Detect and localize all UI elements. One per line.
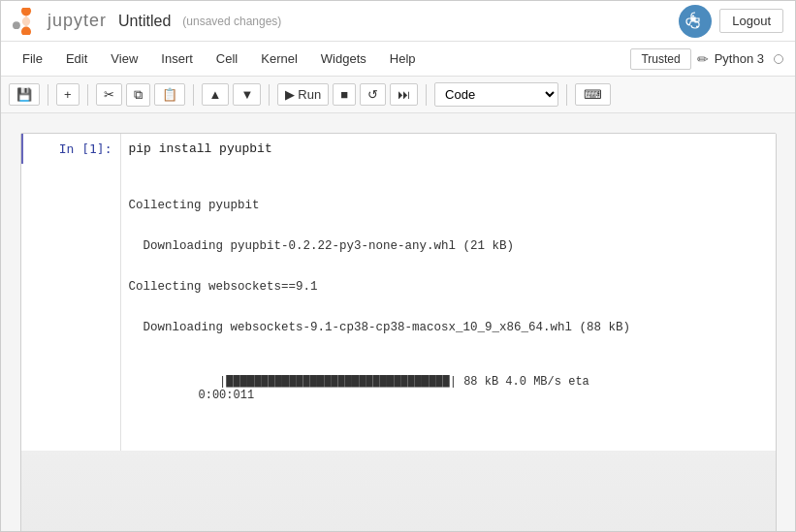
eta-time: 0:00:011: [199, 389, 255, 402]
menu-kernel[interactable]: Kernel: [251, 47, 307, 70]
copy-icon: ⧉: [134, 87, 143, 103]
menu-help[interactable]: Help: [380, 47, 426, 70]
add-icon: +: [64, 87, 72, 102]
move-down-icon: ▼: [240, 87, 253, 102]
svg-point-4: [696, 25, 698, 27]
refresh-button[interactable]: ↺: [360, 83, 386, 106]
stop-icon: ■: [340, 87, 348, 102]
titlebar: jupyter Untitled (unsaved changes) Logou…: [1, 1, 795, 42]
toolbar: 💾 + ✂ ⧉ 📋 ▲ ▼ ▶ Run ■ ↺ ⏭ Code Markdown …: [1, 77, 795, 113]
run-triangle-icon: ▶: [285, 87, 295, 102]
move-up-icon: ▲: [209, 87, 222, 102]
menubar-right: Trusted ✏ Python 3: [630, 48, 783, 70]
output-content: Collecting pyupbit Downloading pyupbit-0…: [120, 164, 776, 451]
progress-bar-area: |████████████████████████████████| 88 kB…: [129, 361, 768, 416]
progress-bar-text: |████████████████████████████████| 88 kB…: [199, 375, 589, 389]
code-input[interactable]: pip install pyupbit: [120, 134, 776, 164]
titlebar-right: Logout: [679, 5, 783, 38]
jupyter-wordmark: jupyter: [48, 11, 107, 31]
toolbar-separator-1: [48, 84, 48, 106]
stop-button[interactable]: ■: [333, 83, 356, 106]
menubar-left: File Edit View Insert Cell Kernel Widget…: [13, 47, 426, 70]
cut-button[interactable]: ✂: [96, 83, 122, 106]
svg-point-1: [21, 26, 31, 34]
toolbar-separator-4: [269, 84, 270, 106]
toolbar-separator-5: [426, 84, 427, 106]
collecting-websockets-line: Collecting websockets==9.1: [129, 280, 768, 294]
paste-icon: 📋: [162, 87, 177, 102]
run-button[interactable]: ▶ Run: [277, 83, 329, 106]
blurred-output-area: [21, 451, 776, 532]
fast-forward-icon: ⏭: [398, 87, 410, 102]
input-prompt: In [1]:: [23, 134, 120, 164]
move-down-button[interactable]: ▼: [233, 83, 261, 106]
output-area: Collecting pyupbit Downloading pyupbit-0…: [21, 164, 776, 451]
keyboard-shortcuts-button[interactable]: ⌨: [575, 83, 611, 106]
copy-button[interactable]: ⧉: [126, 83, 150, 107]
svg-point-3: [692, 15, 694, 16]
save-button[interactable]: 💾: [9, 83, 40, 106]
toolbar-separator-6: [566, 84, 567, 106]
add-cell-button[interactable]: +: [56, 83, 80, 106]
unsaved-indicator: (unsaved changes): [182, 15, 281, 28]
svg-point-0: [21, 8, 31, 16]
downloading-websockets-line: Downloading websockets-9.1-cp38-cp38-mac…: [129, 321, 768, 334]
titlebar-left: jupyter Untitled (unsaved changes): [13, 8, 281, 35]
python-logo-icon: [679, 5, 712, 38]
refresh-icon: ↺: [367, 87, 378, 102]
keyboard-icon: ⌨: [584, 87, 602, 102]
paste-button[interactable]: 📋: [154, 83, 185, 106]
menu-insert[interactable]: Insert: [151, 47, 203, 70]
menu-file[interactable]: File: [13, 47, 52, 70]
toolbar-separator-3: [193, 84, 194, 106]
input-cell[interactable]: In [1]: pip install pyupbit: [21, 134, 776, 164]
jupyter-logo-icon: [13, 8, 40, 35]
kernel-status-icon: [774, 54, 783, 64]
menubar: File Edit View Insert Cell Kernel Widget…: [1, 42, 795, 77]
downloading-pyupbit-line: Downloading pyupbit-0.2.22-py3-none-any.…: [129, 239, 768, 253]
collecting-pyupbit-line: Collecting pyupbit: [129, 199, 768, 212]
fast-forward-button[interactable]: ⏭: [390, 83, 418, 106]
menu-view[interactable]: View: [101, 47, 147, 70]
svg-point-2: [13, 21, 20, 29]
menu-widgets[interactable]: Widgets: [311, 47, 376, 70]
save-icon: 💾: [16, 87, 32, 102]
run-label: Run: [298, 87, 321, 102]
menu-edit[interactable]: Edit: [56, 47, 97, 70]
move-up-button[interactable]: ▲: [202, 83, 230, 106]
notebook-title[interactable]: Untitled: [118, 13, 171, 30]
trusted-button[interactable]: Trusted: [630, 48, 690, 70]
logout-button[interactable]: Logout: [719, 9, 783, 33]
toolbar-separator-2: [87, 84, 88, 106]
cell-container: In [1]: pip install pyupbit Collecting p…: [20, 133, 777, 532]
output-prompt: [23, 164, 120, 179]
edit-pencil-icon[interactable]: ✏: [697, 51, 709, 67]
menu-cell[interactable]: Cell: [207, 47, 247, 70]
cell-type-dropdown[interactable]: Code Markdown Raw NBConvert: [434, 82, 558, 107]
cut-icon: ✂: [104, 87, 114, 102]
kernel-name: Python 3: [715, 51, 764, 66]
notebook-area: In [1]: pip install pyupbit Collecting p…: [1, 113, 795, 532]
